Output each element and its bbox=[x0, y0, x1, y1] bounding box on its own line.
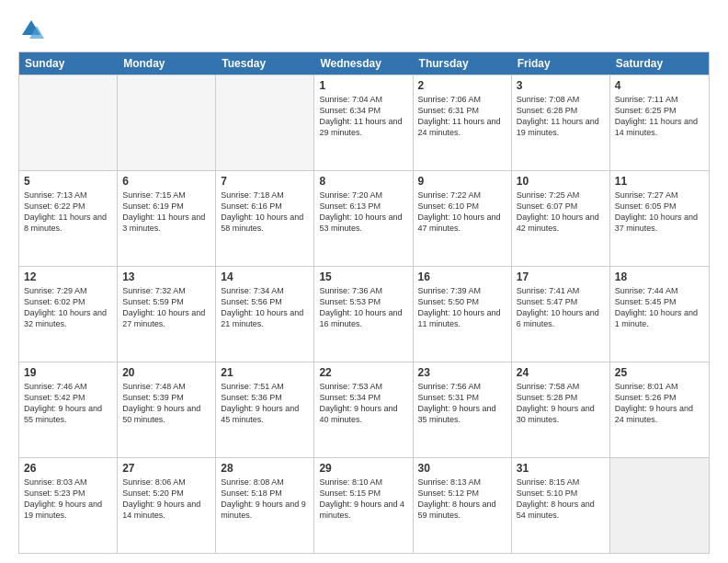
calendar-cell: 29Sunrise: 8:10 AM Sunset: 5:15 PM Dayli… bbox=[314, 458, 413, 553]
day-number: 9 bbox=[418, 175, 506, 188]
day-number: 23 bbox=[418, 366, 506, 379]
weekday-header: Monday bbox=[118, 52, 216, 75]
cell-sun-info: Sunrise: 7:08 AM Sunset: 6:28 PM Dayligh… bbox=[517, 94, 605, 139]
calendar-cell: 8Sunrise: 7:20 AM Sunset: 6:13 PM Daylig… bbox=[314, 171, 413, 266]
weekday-header: Tuesday bbox=[216, 52, 314, 75]
calendar-row: 19Sunrise: 7:46 AM Sunset: 5:42 PM Dayli… bbox=[19, 362, 709, 457]
cell-sun-info: Sunrise: 7:46 AM Sunset: 5:42 PM Dayligh… bbox=[24, 381, 112, 426]
day-number: 22 bbox=[319, 366, 407, 379]
calendar-cell: 17Sunrise: 7:41 AM Sunset: 5:47 PM Dayli… bbox=[512, 267, 610, 362]
day-number: 27 bbox=[122, 462, 210, 475]
weekday-header: Thursday bbox=[414, 52, 512, 75]
day-number: 1 bbox=[319, 79, 407, 92]
cell-sun-info: Sunrise: 7:48 AM Sunset: 5:39 PM Dayligh… bbox=[122, 381, 210, 426]
day-number: 5 bbox=[24, 175, 112, 188]
cell-sun-info: Sunrise: 8:08 AM Sunset: 5:18 PM Dayligh… bbox=[221, 477, 309, 522]
cell-sun-info: Sunrise: 7:11 AM Sunset: 6:25 PM Dayligh… bbox=[615, 94, 704, 139]
logo-icon bbox=[18, 17, 44, 42]
calendar-body: 1Sunrise: 7:04 AM Sunset: 6:34 PM Daylig… bbox=[19, 75, 709, 553]
calendar-row: 26Sunrise: 8:03 AM Sunset: 5:23 PM Dayli… bbox=[19, 457, 709, 553]
calendar-cell: 16Sunrise: 7:39 AM Sunset: 5:50 PM Dayli… bbox=[414, 267, 512, 362]
day-number: 28 bbox=[221, 462, 309, 475]
cell-sun-info: Sunrise: 7:56 AM Sunset: 5:31 PM Dayligh… bbox=[418, 381, 506, 426]
cell-sun-info: Sunrise: 8:15 AM Sunset: 5:10 PM Dayligh… bbox=[517, 477, 605, 522]
day-number: 14 bbox=[221, 270, 309, 283]
cell-sun-info: Sunrise: 7:36 AM Sunset: 5:53 PM Dayligh… bbox=[319, 285, 407, 330]
calendar-cell: 12Sunrise: 7:29 AM Sunset: 6:02 PM Dayli… bbox=[19, 267, 118, 362]
cell-sun-info: Sunrise: 7:13 AM Sunset: 6:22 PM Dayligh… bbox=[24, 190, 112, 235]
day-number: 19 bbox=[24, 366, 112, 379]
calendar-cell bbox=[19, 75, 118, 170]
day-number: 26 bbox=[24, 462, 112, 475]
day-number: 10 bbox=[517, 175, 605, 188]
cell-sun-info: Sunrise: 7:39 AM Sunset: 5:50 PM Dayligh… bbox=[418, 285, 506, 330]
cell-sun-info: Sunrise: 7:29 AM Sunset: 6:02 PM Dayligh… bbox=[24, 285, 112, 330]
page: SundayMondayTuesdayWednesdayThursdayFrid… bbox=[0, 0, 728, 563]
weekday-header: Sunday bbox=[19, 52, 118, 75]
calendar-cell: 2Sunrise: 7:06 AM Sunset: 6:31 PM Daylig… bbox=[414, 75, 512, 170]
calendar-cell: 14Sunrise: 7:34 AM Sunset: 5:56 PM Dayli… bbox=[216, 267, 314, 362]
cell-sun-info: Sunrise: 7:53 AM Sunset: 5:34 PM Dayligh… bbox=[319, 381, 407, 426]
cell-sun-info: Sunrise: 7:44 AM Sunset: 5:45 PM Dayligh… bbox=[615, 285, 704, 330]
day-number: 30 bbox=[418, 462, 506, 475]
calendar-cell: 19Sunrise: 7:46 AM Sunset: 5:42 PM Dayli… bbox=[19, 362, 118, 457]
calendar-cell: 6Sunrise: 7:15 AM Sunset: 6:19 PM Daylig… bbox=[118, 171, 216, 266]
cell-sun-info: Sunrise: 7:22 AM Sunset: 6:10 PM Dayligh… bbox=[418, 190, 506, 235]
cell-sun-info: Sunrise: 7:06 AM Sunset: 6:31 PM Dayligh… bbox=[418, 94, 506, 139]
cell-sun-info: Sunrise: 7:41 AM Sunset: 5:47 PM Dayligh… bbox=[517, 285, 605, 330]
calendar-cell: 18Sunrise: 7:44 AM Sunset: 5:45 PM Dayli… bbox=[610, 267, 709, 362]
calendar-cell bbox=[118, 75, 216, 170]
calendar-row: 5Sunrise: 7:13 AM Sunset: 6:22 PM Daylig… bbox=[19, 170, 709, 266]
calendar-cell: 22Sunrise: 7:53 AM Sunset: 5:34 PM Dayli… bbox=[314, 362, 413, 457]
cell-sun-info: Sunrise: 7:20 AM Sunset: 6:13 PM Dayligh… bbox=[319, 190, 407, 235]
cell-sun-info: Sunrise: 8:13 AM Sunset: 5:12 PM Dayligh… bbox=[418, 477, 506, 522]
weekday-header: Saturday bbox=[610, 52, 709, 75]
cell-sun-info: Sunrise: 7:18 AM Sunset: 6:16 PM Dayligh… bbox=[221, 190, 309, 235]
calendar-cell: 15Sunrise: 7:36 AM Sunset: 5:53 PM Dayli… bbox=[314, 267, 413, 362]
calendar-cell bbox=[216, 75, 314, 170]
day-number: 18 bbox=[615, 270, 704, 283]
day-number: 25 bbox=[615, 366, 704, 379]
day-number: 15 bbox=[319, 270, 407, 283]
calendar-cell: 28Sunrise: 8:08 AM Sunset: 5:18 PM Dayli… bbox=[216, 458, 314, 553]
day-number: 3 bbox=[517, 79, 605, 92]
day-number: 31 bbox=[517, 462, 605, 475]
calendar-cell: 25Sunrise: 8:01 AM Sunset: 5:26 PM Dayli… bbox=[610, 362, 709, 457]
day-number: 20 bbox=[122, 366, 210, 379]
day-number: 16 bbox=[418, 270, 506, 283]
cell-sun-info: Sunrise: 7:15 AM Sunset: 6:19 PM Dayligh… bbox=[122, 190, 210, 235]
calendar-row: 12Sunrise: 7:29 AM Sunset: 6:02 PM Dayli… bbox=[19, 266, 709, 362]
calendar-cell: 13Sunrise: 7:32 AM Sunset: 5:59 PM Dayli… bbox=[118, 267, 216, 362]
calendar-cell: 30Sunrise: 8:13 AM Sunset: 5:12 PM Dayli… bbox=[414, 458, 512, 553]
logo bbox=[18, 17, 48, 42]
cell-sun-info: Sunrise: 8:03 AM Sunset: 5:23 PM Dayligh… bbox=[24, 477, 112, 522]
cell-sun-info: Sunrise: 7:51 AM Sunset: 5:36 PM Dayligh… bbox=[221, 381, 309, 426]
day-number: 11 bbox=[615, 175, 704, 188]
day-number: 29 bbox=[319, 462, 407, 475]
calendar-cell: 10Sunrise: 7:25 AM Sunset: 6:07 PM Dayli… bbox=[512, 171, 610, 266]
calendar-cell: 21Sunrise: 7:51 AM Sunset: 5:36 PM Dayli… bbox=[216, 362, 314, 457]
cell-sun-info: Sunrise: 8:10 AM Sunset: 5:15 PM Dayligh… bbox=[319, 477, 407, 522]
weekday-header: Wednesday bbox=[314, 52, 413, 75]
day-number: 7 bbox=[221, 175, 309, 188]
calendar: SundayMondayTuesdayWednesdayThursdayFrid… bbox=[18, 52, 710, 554]
cell-sun-info: Sunrise: 7:27 AM Sunset: 6:05 PM Dayligh… bbox=[615, 190, 704, 235]
cell-sun-info: Sunrise: 7:34 AM Sunset: 5:56 PM Dayligh… bbox=[221, 285, 309, 330]
cell-sun-info: Sunrise: 7:58 AM Sunset: 5:28 PM Dayligh… bbox=[517, 381, 605, 426]
day-number: 4 bbox=[615, 79, 704, 92]
calendar-cell: 31Sunrise: 8:15 AM Sunset: 5:10 PM Dayli… bbox=[512, 458, 610, 553]
day-number: 17 bbox=[517, 270, 605, 283]
cell-sun-info: Sunrise: 7:32 AM Sunset: 5:59 PM Dayligh… bbox=[122, 285, 210, 330]
day-number: 24 bbox=[517, 366, 605, 379]
day-number: 12 bbox=[24, 270, 112, 283]
calendar-cell: 9Sunrise: 7:22 AM Sunset: 6:10 PM Daylig… bbox=[414, 171, 512, 266]
cell-sun-info: Sunrise: 7:04 AM Sunset: 6:34 PM Dayligh… bbox=[319, 94, 407, 139]
calendar-cell: 4Sunrise: 7:11 AM Sunset: 6:25 PM Daylig… bbox=[610, 75, 709, 170]
day-number: 2 bbox=[418, 79, 506, 92]
cell-sun-info: Sunrise: 8:06 AM Sunset: 5:20 PM Dayligh… bbox=[122, 477, 210, 522]
day-number: 13 bbox=[122, 270, 210, 283]
cell-sun-info: Sunrise: 7:25 AM Sunset: 6:07 PM Dayligh… bbox=[517, 190, 605, 235]
calendar-cell: 26Sunrise: 8:03 AM Sunset: 5:23 PM Dayli… bbox=[19, 458, 118, 553]
day-number: 21 bbox=[221, 366, 309, 379]
calendar-cell: 5Sunrise: 7:13 AM Sunset: 6:22 PM Daylig… bbox=[19, 171, 118, 266]
